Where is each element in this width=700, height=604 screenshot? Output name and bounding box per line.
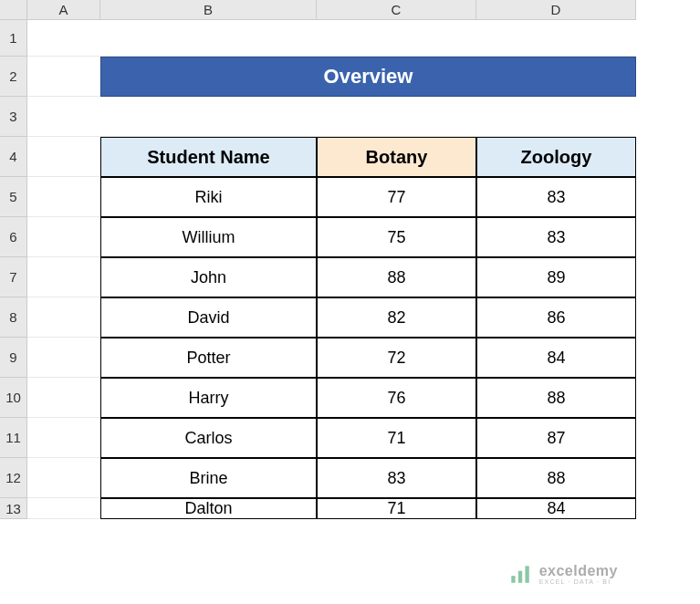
table-row[interactable]: 71 <box>317 498 476 519</box>
table-row[interactable]: 77 <box>317 177 476 217</box>
row-header-13[interactable]: 13 <box>0 498 27 519</box>
table-row[interactable]: 87 <box>476 418 636 458</box>
corner-cell[interactable] <box>0 0 27 20</box>
header-zoology[interactable]: Zoology <box>476 137 636 177</box>
table-row[interactable]: 76 <box>317 378 476 418</box>
table-row[interactable]: Dalton <box>100 498 317 519</box>
cell-A3[interactable] <box>27 97 100 137</box>
table-row[interactable]: 82 <box>317 297 476 338</box>
row-header-5[interactable]: 5 <box>0 177 27 217</box>
cell-A10[interactable] <box>27 378 100 418</box>
cell-D3[interactable] <box>476 97 636 137</box>
table-row[interactable]: 88 <box>476 378 636 418</box>
cell-A8[interactable] <box>27 297 100 338</box>
table-row[interactable]: 83 <box>476 217 636 257</box>
header-botany[interactable]: Botany <box>317 137 476 177</box>
chart-icon <box>508 562 532 586</box>
table-row[interactable]: 83 <box>476 177 636 217</box>
table-row[interactable]: John <box>100 257 317 297</box>
watermark: exceldemy EXCEL · DATA · BI <box>508 562 618 586</box>
row-header-9[interactable]: 9 <box>0 338 27 378</box>
header-student-name[interactable]: Student Name <box>100 137 317 177</box>
title-cell[interactable]: Overview <box>100 57 636 97</box>
cell-C3[interactable] <box>317 97 476 137</box>
table-row[interactable]: 84 <box>476 498 636 519</box>
table-row[interactable]: 75 <box>317 217 476 257</box>
cell-D1[interactable] <box>476 20 636 57</box>
row-header-6[interactable]: 6 <box>0 217 27 257</box>
table-row[interactable]: Carlos <box>100 418 317 458</box>
table-row[interactable]: Potter <box>100 338 317 378</box>
table-row[interactable]: Harry <box>100 378 317 418</box>
table-row[interactable]: 84 <box>476 338 636 378</box>
table-row[interactable]: 89 <box>476 257 636 297</box>
row-header-4[interactable]: 4 <box>0 137 27 177</box>
table-row[interactable]: 88 <box>317 257 476 297</box>
watermark-tag: EXCEL · DATA · BI <box>539 578 618 585</box>
spreadsheet-grid: A B C D 1 2 Overview 3 4 Student Name Bo… <box>0 0 700 519</box>
table-row[interactable]: 71 <box>317 418 476 458</box>
cell-A13[interactable] <box>27 498 100 519</box>
table-row[interactable]: 72 <box>317 338 476 378</box>
cell-A12[interactable] <box>27 458 100 498</box>
cell-A1[interactable] <box>27 20 100 57</box>
cell-B3[interactable] <box>100 97 317 137</box>
row-header-11[interactable]: 11 <box>0 418 27 458</box>
cell-C1[interactable] <box>317 20 476 57</box>
cell-A9[interactable] <box>27 338 100 378</box>
svg-rect-2 <box>525 566 528 582</box>
table-row[interactable]: Riki <box>100 177 317 217</box>
watermark-brand: exceldemy <box>539 564 618 578</box>
col-header-D[interactable]: D <box>476 0 636 20</box>
row-header-2[interactable]: 2 <box>0 57 27 97</box>
cell-A7[interactable] <box>27 257 100 297</box>
cell-A2[interactable] <box>27 57 100 97</box>
cell-A6[interactable] <box>27 217 100 257</box>
svg-rect-0 <box>511 576 515 583</box>
watermark-text: exceldemy EXCEL · DATA · BI <box>539 564 618 585</box>
svg-rect-1 <box>517 571 521 583</box>
row-header-3[interactable]: 3 <box>0 97 27 137</box>
cell-B1[interactable] <box>100 20 317 57</box>
cell-A5[interactable] <box>27 177 100 217</box>
col-header-C[interactable]: C <box>317 0 476 20</box>
table-row[interactable]: Willium <box>100 217 317 257</box>
cell-A4[interactable] <box>27 137 100 177</box>
table-row[interactable]: 88 <box>476 458 636 498</box>
row-header-10[interactable]: 10 <box>0 378 27 418</box>
row-header-8[interactable]: 8 <box>0 297 27 338</box>
row-header-7[interactable]: 7 <box>0 257 27 297</box>
col-header-A[interactable]: A <box>27 0 100 20</box>
table-row[interactable]: 83 <box>317 458 476 498</box>
row-header-12[interactable]: 12 <box>0 458 27 498</box>
table-row[interactable]: David <box>100 297 317 338</box>
cell-A11[interactable] <box>27 418 100 458</box>
table-row[interactable]: Brine <box>100 458 317 498</box>
table-row[interactable]: 86 <box>476 297 636 338</box>
row-header-1[interactable]: 1 <box>0 20 27 57</box>
col-header-B[interactable]: B <box>100 0 317 20</box>
